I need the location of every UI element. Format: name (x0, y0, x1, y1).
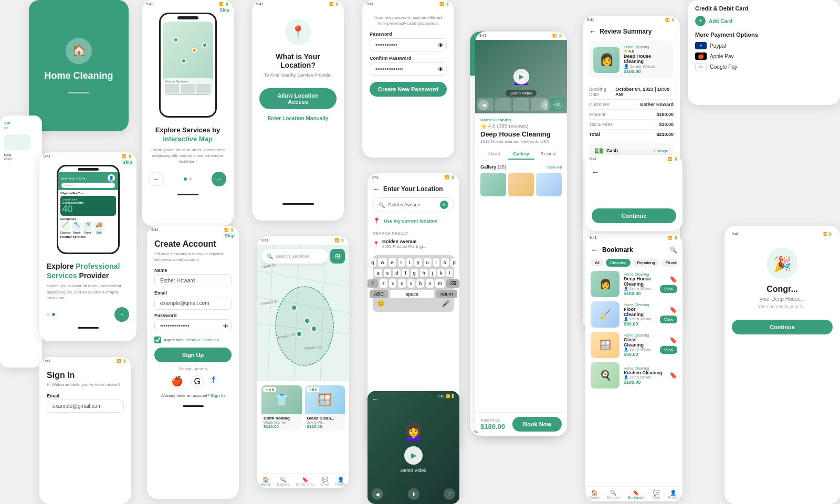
skip-explore-btn[interactable]: Skip (122, 160, 132, 165)
apple-pay-option[interactable]: 🍎 Apple Pay (695, 52, 833, 60)
password-create-input[interactable] (154, 319, 232, 332)
back-review-btn[interactable]: ← (589, 27, 596, 36)
svg-point-11 (291, 305, 297, 310)
explore-map-title2: interactive Map (163, 135, 213, 143)
bookmark-icon-3[interactable]: 🔖 (669, 337, 677, 344)
back-btn-location[interactable]: ← (373, 185, 380, 193)
sign-in-link[interactable]: Sign In (211, 393, 225, 398)
map-nav-home[interactable]: 🏠Home (260, 477, 270, 486)
screen-create-account: 9:41 📶 🔋 Skip Create Account Fill your i… (147, 226, 239, 499)
svg-line-0 (257, 271, 349, 287)
credit-card-title: Credit & Debit Card (695, 5, 833, 12)
screen-left-partial: ion ce tion dunit (0, 116, 42, 368)
filter-repairing[interactable]: Repairing (633, 259, 659, 267)
current-location-btn[interactable]: 📍 Use my current location (373, 217, 454, 225)
continue-btn[interactable]: Continue (592, 208, 676, 223)
tab-review[interactable]: Review (534, 149, 562, 160)
name-input[interactable] (154, 274, 232, 287)
bookmark-item-1[interactable]: 👩 Home Cleaning Deep House Cleaning 👤 Je… (591, 271, 677, 297)
search-bookmark-btn[interactable]: 🔍 (669, 246, 677, 254)
skip-create-btn[interactable]: Skip (225, 233, 235, 238)
skip-btn[interactable]: Skip (219, 7, 229, 13)
play-video-btn-2[interactable]: ▶ (404, 446, 423, 465)
back-bookmark-btn[interactable]: ← (591, 245, 599, 255)
manual-location-link[interactable]: Enter Location Manually (259, 116, 337, 121)
map-nav-profile[interactable]: 👤Profile (335, 477, 346, 486)
bookmark-icon-1[interactable]: 🔖 (669, 276, 677, 283)
view-btn-1[interactable]: View (660, 285, 677, 293)
bookmark-item-3[interactable]: 🪟 Home Cleaning Glass Cleaning 👤 Jenny W… (591, 332, 677, 358)
bookmark-nav-chat[interactable]: 💬Chat (652, 490, 660, 499)
svg-point-13 (297, 331, 302, 337)
enter-location-title: Enter Your Location (383, 185, 443, 193)
back-continue-btn[interactable]: ← (592, 168, 599, 176)
location-subtitle: To Find Nearby Service Provider (259, 72, 337, 78)
fav-btn-video2[interactable]: ♡ (444, 488, 455, 500)
google-signin-btn[interactable]: G (191, 375, 204, 388)
apple-signin-btn[interactable]: 🍎 (171, 375, 183, 388)
bookmark-nav-home[interactable]: 🏠Home (590, 490, 600, 499)
google-pay-option[interactable]: G Google Pay (695, 63, 833, 70)
screen-bookmark: 9:41 📶 🔋 ← Bookmark 🔍 All Cleaning Repai… (585, 234, 682, 501)
bookmark-icon-4[interactable]: 🔖 (669, 372, 677, 379)
bookmark-nav-explore[interactable]: 🔍Explore (607, 490, 620, 499)
add-card-btn[interactable]: + Add Card (695, 16, 833, 26)
confirm-password-input[interactable] (370, 62, 447, 76)
bookmark-item-4[interactable]: 🍳 Home Cleaning Kitchen Cleaning 👤 Jenny… (591, 362, 677, 388)
eye-icon-2[interactable]: 👁 (438, 66, 444, 72)
paypal-option[interactable]: P Paypal (695, 42, 833, 49)
map-nav-bookmark[interactable]: 🔖Bookmarks (296, 477, 314, 486)
filter-cleaning[interactable]: Cleaning (606, 259, 631, 267)
view-all-gallery-btn[interactable]: View All (547, 165, 562, 170)
bookmark-item-2[interactable]: 🧹 Home Cleaning Floor Cleaning 👤 Jenny W… (591, 301, 677, 328)
prev-btn[interactable]: ← (149, 172, 164, 186)
svg-text:North St: North St (262, 263, 276, 269)
view-btn-3[interactable]: View (660, 346, 677, 354)
email-input[interactable] (154, 297, 232, 310)
map-nav-explore[interactable]: 🔍Explore (277, 477, 290, 486)
view-btn-2[interactable]: View (660, 316, 677, 323)
terms-checkbox[interactable] (154, 337, 161, 343)
home-cleaning-icon: 🏠 (66, 38, 92, 64)
screen-sign-in: 9:41 📶 🔋 Sign In Hi Welcome back, you've… (39, 357, 131, 504)
screen-continue: 9:41 📶 🔋 ← Continue (585, 155, 682, 231)
sign-in-subtitle: Hi Welcome back, you've been missed! (47, 382, 124, 387)
filter-plumb[interactable]: Plumb... (662, 259, 677, 267)
clear-location-btn[interactable]: ✕ (440, 201, 448, 209)
congrats-continue-btn[interactable]: Continue (732, 320, 833, 334)
sign-in-title: Sign In (47, 371, 124, 380)
screen-explore-professional: 9:41 📶 🔋 Skip New York, USA ▾ 👤 Search #… (39, 152, 136, 341)
cloth-ironing-card[interactable]: 👕 ★ 4.8 Cloth Ironing Wade Warren $120.0… (261, 385, 302, 430)
book-now-btn[interactable]: Book Now (512, 417, 562, 432)
allow-location-btn[interactable]: Allow Location Access (259, 88, 337, 109)
map-nav-chat[interactable]: 💬Chat (321, 477, 329, 486)
prev-btn-video2[interactable]: ◀ (372, 488, 383, 500)
glass-cleaning-card[interactable]: 🪟 ★ 5.0 Glass Clean... Jenny Wi... $120.… (305, 385, 345, 430)
sign-in-email[interactable] (47, 400, 124, 413)
facebook-signin-btn[interactable]: f (212, 375, 215, 388)
change-payment-btn[interactable]: Change (654, 149, 668, 153)
back-video-btn[interactable]: ← (372, 395, 379, 403)
search-result-item[interactable]: 📍 Golden Avenue 8502 Preston Rd. Ingl... (373, 239, 454, 249)
share-btn-video2[interactable]: ⬆ (408, 488, 419, 500)
bookmark-nav-bookmark[interactable]: 🔖Bookmark (628, 490, 645, 499)
create-password-btn[interactable]: Create New Password (370, 82, 447, 97)
tab-about[interactable]: About (480, 149, 508, 160)
eye-icon[interactable]: 👁 (438, 42, 444, 48)
filter-btn[interactable]: ⊞ (330, 249, 345, 264)
screen-video: 👩‍🦱 ▶ Demo Video ◀ ⬆ ♡ ← 9:41 📶🔋 (368, 391, 459, 504)
bookmark-nav-profile[interactable]: 👤Profile (668, 490, 679, 499)
filter-all[interactable]: All (591, 259, 604, 267)
play-video-btn[interactable]: ▶ (513, 69, 529, 85)
sign-up-btn[interactable]: Sign Up (154, 348, 232, 362)
svg-point-14 (311, 326, 317, 331)
next-btn[interactable]: → (212, 172, 226, 186)
create-account-title: Create Account (154, 239, 232, 249)
password-input[interactable] (370, 38, 447, 51)
eye-icon-create[interactable]: 👁 (223, 323, 228, 329)
tab-gallery[interactable]: Gallery (508, 149, 535, 160)
bookmark-icon-2[interactable]: 🔖 (669, 306, 677, 313)
home-cleaning-title: Home Cleaning (44, 70, 113, 81)
screen-map-search: 9:41 📶 🔋 North St Leonard St Charles St … (257, 236, 349, 488)
explore-next-btn[interactable]: → (114, 307, 129, 322)
